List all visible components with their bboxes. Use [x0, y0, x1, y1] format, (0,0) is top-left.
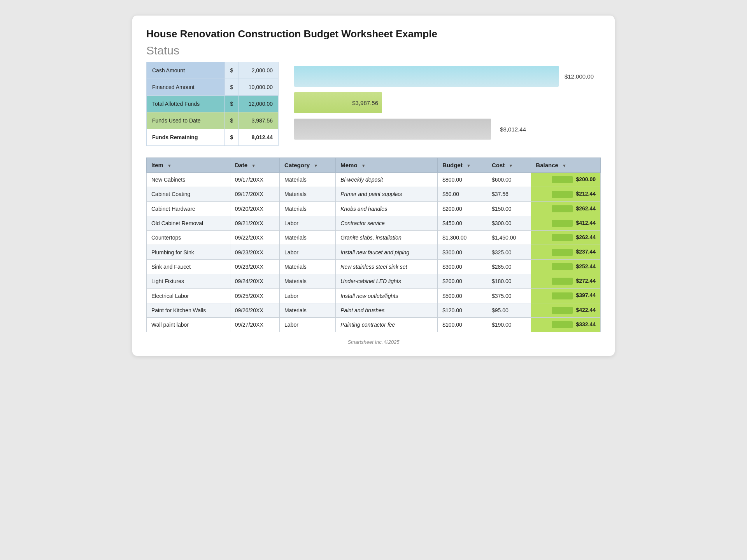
- dropdown-arrow-icon[interactable]: ▼: [314, 163, 318, 168]
- table-header-cell[interactable]: Budget ▼: [438, 158, 487, 173]
- status-label-cell: Funds Used to Date: [147, 112, 225, 129]
- item-cell: Light Fixtures: [147, 274, 230, 289]
- main-table: Item ▼Date ▼Category ▼Memo ▼Budget ▼Cost…: [146, 158, 601, 332]
- dropdown-arrow-icon[interactable]: ▼: [167, 163, 172, 168]
- table-header-cell[interactable]: Category ▼: [280, 158, 336, 173]
- table-header-cell[interactable]: Date ▼: [230, 158, 279, 173]
- date-cell: 09/25/20XX: [230, 289, 279, 303]
- cost-cell: $300.00: [487, 216, 531, 230]
- status-value-cell: 2,000.00: [239, 62, 279, 79]
- chart-label-total: $12,000.00: [565, 73, 594, 80]
- balance-bar: [552, 220, 573, 227]
- date-cell: 09/22/20XX: [230, 231, 279, 245]
- budget-cell: $100.00: [438, 317, 487, 332]
- balance-cell: $212.44: [531, 187, 601, 201]
- budget-cell: $800.00: [438, 173, 487, 187]
- date-cell: 09/20/20XX: [230, 201, 279, 216]
- cost-cell: $37.56: [487, 187, 531, 201]
- category-cell: Labor: [280, 317, 336, 332]
- budget-cell: $300.00: [438, 245, 487, 259]
- status-value-cell: 10,000.00: [239, 79, 279, 96]
- balance-cell: $252.44: [531, 259, 601, 274]
- table-row: Sink and Faucet09/23/20XXMaterialsNew st…: [147, 259, 601, 274]
- table-row: Paint for Kitchen Walls09/26/20XXMateria…: [147, 303, 601, 317]
- table-row: Light Fixtures09/24/20XXMaterialsUnder-c…: [147, 274, 601, 289]
- status-dollar-cell: $: [224, 62, 239, 79]
- status-row: Funds Used to Date $ 3,987.56: [147, 112, 279, 129]
- dropdown-arrow-icon[interactable]: ▼: [251, 163, 256, 168]
- status-section-label: Status: [146, 44, 601, 57]
- balance-bar: [552, 321, 573, 328]
- chart-bar-total-wrap: $12,000.00: [294, 66, 577, 87]
- cost-cell: $325.00: [487, 245, 531, 259]
- item-cell: Cabinet Coating: [147, 187, 230, 201]
- item-cell: Countertops: [147, 231, 230, 245]
- status-value-cell: 3,987.56: [239, 112, 279, 129]
- item-cell: Paint for Kitchen Walls: [147, 303, 230, 317]
- balance-cell: $200.00: [531, 173, 601, 187]
- footer: Smartsheet Inc. ©2025: [146, 339, 601, 345]
- category-cell: Materials: [280, 303, 336, 317]
- chart-bar-used-wrap: $3,987.56: [294, 92, 577, 113]
- balance-bar: [552, 278, 573, 285]
- memo-cell: Bi-weekly deposit: [336, 173, 438, 187]
- dropdown-arrow-icon[interactable]: ▼: [466, 163, 471, 168]
- item-cell: Cabinet Hardware: [147, 201, 230, 216]
- balance-cell: $332.44: [531, 317, 601, 332]
- chart-bar-remaining: $8,012.44: [294, 119, 491, 140]
- cost-cell: $600.00: [487, 173, 531, 187]
- date-cell: 09/21/20XX: [230, 216, 279, 230]
- budget-cell: $120.00: [438, 303, 487, 317]
- memo-cell: Paint and brushes: [336, 303, 438, 317]
- cost-cell: $150.00: [487, 201, 531, 216]
- memo-cell: Primer and paint supplies: [336, 187, 438, 201]
- status-dollar-cell: $: [224, 112, 239, 129]
- status-value-cell: 8,012.44: [239, 129, 279, 146]
- item-cell: Wall paint labor: [147, 317, 230, 332]
- budget-cell: $200.00: [438, 201, 487, 216]
- balance-cell: $412.44: [531, 216, 601, 230]
- balance-bar: [552, 234, 573, 241]
- status-area: Cash Amount $ 2,000.00 Financed Amount $…: [146, 62, 601, 146]
- chart-bar-used: $3,987.56: [294, 92, 382, 113]
- table-header-cell[interactable]: Item ▼: [147, 158, 230, 173]
- budget-cell: $500.00: [438, 289, 487, 303]
- memo-cell: Under-cabinet LED lights: [336, 274, 438, 289]
- budget-cell: $450.00: [438, 216, 487, 230]
- page-title: House Renovation Construction Budget Wor…: [146, 28, 601, 40]
- balance-cell: $422.44: [531, 303, 601, 317]
- item-cell: Electrical Labor: [147, 289, 230, 303]
- category-cell: Materials: [280, 259, 336, 274]
- budget-cell: $200.00: [438, 274, 487, 289]
- balance-bar: [552, 307, 573, 314]
- balance-bar: [552, 176, 573, 183]
- balance-cell: $237.44: [531, 245, 601, 259]
- table-header-cell[interactable]: Cost ▼: [487, 158, 531, 173]
- chart-label-remaining: $8,012.44: [500, 126, 526, 133]
- status-value-cell: 12,000.00: [239, 96, 279, 112]
- memo-cell: Install new outlets/lights: [336, 289, 438, 303]
- table-header-cell[interactable]: Memo ▼: [336, 158, 438, 173]
- category-cell: Materials: [280, 274, 336, 289]
- balance-cell: $397.44: [531, 289, 601, 303]
- dropdown-arrow-icon[interactable]: ▼: [361, 163, 366, 168]
- table-row: Cabinet Coating09/17/20XXMaterialsPrimer…: [147, 187, 601, 201]
- balance-cell: $262.44: [531, 231, 601, 245]
- cost-cell: $95.00: [487, 303, 531, 317]
- status-row: Funds Remaining $ 8,012.44: [147, 129, 279, 146]
- chart-bar-remaining-wrap: $8,012.44: [294, 119, 577, 140]
- status-label-cell: Financed Amount: [147, 79, 225, 96]
- status-dollar-cell: $: [224, 129, 239, 146]
- memo-cell: Install new faucet and piping: [336, 245, 438, 259]
- status-label-cell: Funds Remaining: [147, 129, 225, 146]
- table-header-cell[interactable]: Balance ▼: [531, 158, 601, 173]
- table-row: Wall paint labor09/27/20XXLaborPainting …: [147, 317, 601, 332]
- dropdown-arrow-icon[interactable]: ▼: [509, 163, 513, 168]
- chart-area: $12,000.00 $3,987.56 $8,012.44: [290, 62, 601, 146]
- memo-cell: Knobs and handles: [336, 201, 438, 216]
- item-cell: Old Cabinet Removal: [147, 216, 230, 230]
- status-row: Total Allotted Funds $ 12,000.00: [147, 96, 279, 112]
- dropdown-arrow-icon[interactable]: ▼: [562, 163, 566, 168]
- chart-label-used: $3,987.56: [352, 100, 378, 106]
- table-row: Electrical Labor09/25/20XXLaborInstall n…: [147, 289, 601, 303]
